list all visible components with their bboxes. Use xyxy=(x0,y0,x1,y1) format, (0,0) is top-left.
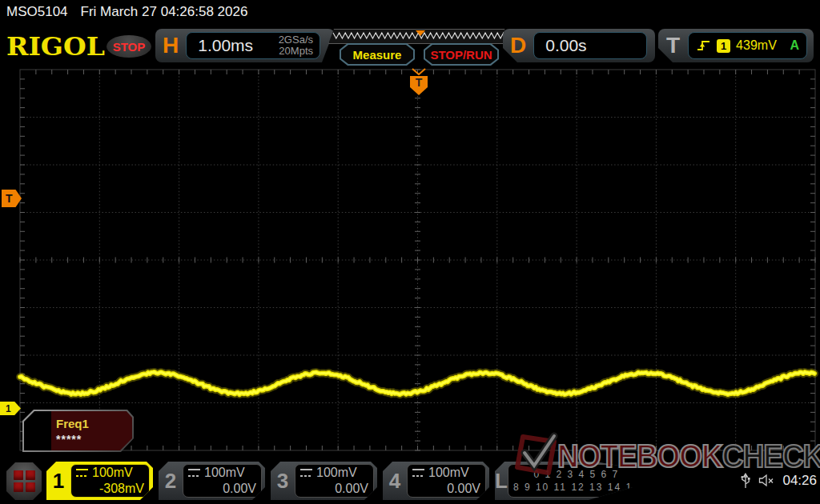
channel-2-number: 2 xyxy=(159,462,183,500)
waveform-preview-strip[interactable] xyxy=(328,29,512,44)
delay-value: 0.00s xyxy=(534,36,586,55)
trigger-level-label: T xyxy=(6,192,13,205)
channel-3-number: 3 xyxy=(271,462,295,500)
channel-3-scale: 100mV xyxy=(316,465,357,481)
measure-button-label: Measure xyxy=(353,48,402,62)
dc-coupling-icon xyxy=(188,469,200,477)
trigger-level-marker[interactable]: T xyxy=(2,190,22,207)
timebase-box: 1.00ms 2GSa/s 20Mpts xyxy=(186,32,320,59)
datetime-text: Fri March 27 04:26:58 2026 xyxy=(81,4,248,20)
channel-3-offset: 0.00V xyxy=(300,481,368,497)
trigger-settings[interactable]: T 1 439mV A xyxy=(658,29,814,62)
delay-d-icon: D xyxy=(510,33,526,58)
dc-coupling-icon xyxy=(300,469,312,477)
measurement-box[interactable]: Freq1 ***** xyxy=(22,410,134,452)
channel-1-offset: -308mV xyxy=(76,481,144,497)
measurement-name: Freq1 xyxy=(56,417,132,430)
trigger-source-badge: 1 xyxy=(717,39,730,53)
watermark-text-check: CHECK xyxy=(722,438,820,475)
dc-coupling-icon xyxy=(412,469,424,477)
delay-settings[interactable]: D 0.00s xyxy=(503,29,655,62)
measure-button[interactable]: Measure xyxy=(340,43,415,66)
channel-1-scale: 100mV xyxy=(92,465,133,481)
channel-1-button[interactable]: 1 100mV -308mV xyxy=(46,462,153,500)
trigger-position-label: T xyxy=(416,76,423,95)
app-grid-icon xyxy=(14,470,35,492)
channel-4-offset: 0.00V xyxy=(412,481,480,497)
timebase-value: 1.00ms xyxy=(187,36,278,55)
memory-depth: 20Mpts xyxy=(279,46,313,57)
watermark-text-notebook: NOTEBOOK xyxy=(557,438,722,475)
measurement-value: ***** xyxy=(56,433,132,446)
status-topbar: MSO5104 Fri March 27 04:26:58 2026 xyxy=(0,0,820,24)
channel-2-button[interactable]: 2 100mV 0.00V xyxy=(159,462,265,500)
oscilloscope-screen: MSO5104 Fri March 27 04:26:58 2026 T T 1… xyxy=(0,0,820,504)
channel1-ground-label: 1 xyxy=(6,403,11,414)
rising-edge-icon xyxy=(696,39,711,52)
trigger-mode: A xyxy=(790,38,799,53)
stop-run-button-label: STOP/RUN xyxy=(430,48,492,62)
channel-3-button[interactable]: 3 100mV 0.00V xyxy=(271,462,377,500)
menu-button[interactable] xyxy=(6,462,42,500)
channel-4-button[interactable]: 4 100mV 0.00V xyxy=(383,462,489,500)
dc-coupling-icon xyxy=(76,469,88,477)
model-name: MSO5104 xyxy=(6,4,68,20)
trigger-level-value: 439mV xyxy=(736,38,784,53)
measurement-box-inner: Freq1 ***** xyxy=(24,411,132,450)
notebookcheck-logo-icon xyxy=(509,431,561,482)
channel-2-offset: 0.00V xyxy=(188,481,256,497)
horizontal-h-icon: H xyxy=(163,33,179,58)
stop-run-button[interactable]: STOP/RUN xyxy=(424,43,499,66)
channel-4-number: 4 xyxy=(383,462,407,500)
sample-rate: 2GSa/s xyxy=(279,34,313,46)
trigger-box: 1 439mV A xyxy=(688,32,807,59)
rigol-logo: RIGOL xyxy=(6,32,105,62)
channel-2-scale: 100mV xyxy=(204,465,245,481)
trigger-chevron-icon xyxy=(412,68,426,75)
delay-box: 0.00s xyxy=(533,32,647,59)
header-toolbar: RIGOL STOP H 1.00ms 2GSa/s 20Mpts Measur… xyxy=(0,24,820,68)
trigger-position-marker[interactable]: T xyxy=(410,76,428,95)
channel-4-scale: 100mV xyxy=(428,465,469,481)
channel1-ground-marker[interactable]: 1 xyxy=(0,402,21,415)
run-state-indicator[interactable]: STOP xyxy=(107,35,151,58)
channel-1-number: 1 xyxy=(46,462,70,500)
logic-analyzer-label: L xyxy=(495,462,508,500)
trigger-t-icon: T xyxy=(666,33,680,58)
preview-position-marker xyxy=(416,30,425,36)
notebookcheck-watermark: NOTEBOOK CHECK xyxy=(509,430,820,483)
horizontal-settings[interactable]: H 1.00ms 2GSa/s 20Mpts xyxy=(155,29,335,62)
